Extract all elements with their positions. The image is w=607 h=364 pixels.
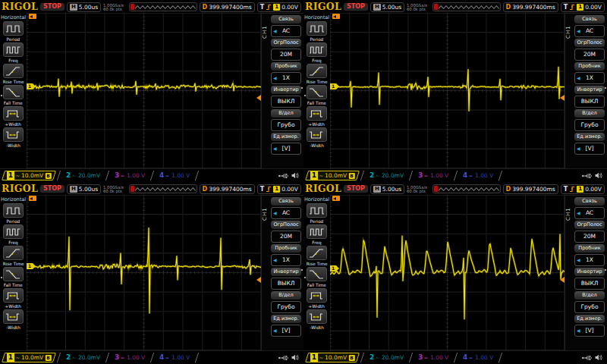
channel3-badge[interactable]: 3 = 1.00 V <box>110 353 149 362</box>
sidebar-page-dot <box>304 277 306 278</box>
measure-rise-time-button[interactable]: Rise Time <box>2 64 24 84</box>
menu-item-coupling[interactable]: Связь ◀AC <box>271 197 301 219</box>
measure-minus-width-button[interactable]: -Width <box>3 309 24 330</box>
measure-rise-time-button[interactable]: Rise Time <box>2 246 24 266</box>
measure-period-button[interactable]: Period <box>3 203 24 224</box>
run-stop-status: STOP <box>40 3 64 11</box>
menu-item-volts-div[interactable]: В/дел Грубо <box>574 291 605 313</box>
measure-period-button[interactable]: Period <box>307 21 327 42</box>
status-bar: RIGOL STOP H 5.00us 1.00GSa/s 60.0k pts … <box>304 182 607 195</box>
channel1-position-marker[interactable]: 1 <box>330 265 339 271</box>
measure-fall-time-button[interactable]: Fall Time <box>3 85 24 105</box>
channel-status-bar: 1 ~ 10.0mV B 2 ~ 20.0mV 3 = 1.00 V 4 = 1… <box>0 168 304 182</box>
measure-fall-time-button[interactable]: Fall Time <box>307 267 327 287</box>
menu-item-invert[interactable]: Инвертир ВЫКЛ <box>271 86 301 108</box>
menu-item-coupling[interactable]: Связь ◀AC <box>574 197 605 219</box>
menu-item-volts-div[interactable]: В/дел Грубо <box>271 109 301 131</box>
measure-fall-time-button[interactable]: Fall Time <box>3 267 24 287</box>
measure-rise-time-button[interactable]: Rise Time <box>306 64 328 84</box>
menu-item-unit[interactable]: Ед.измер. ◀[V] <box>574 133 605 155</box>
channel1-position-marker[interactable]: 1 <box>27 263 36 269</box>
run-stop-status: STOP <box>344 3 368 11</box>
measure-plus-width-button[interactable]: +Width <box>307 106 327 127</box>
trigger-position-marker[interactable] <box>29 196 36 201</box>
channel1-position-marker[interactable]: 1 <box>27 83 36 89</box>
menu-item-probe[interactable]: Пробник ◀1X <box>271 62 301 84</box>
menu-item-invert[interactable]: Инвертир ВЫКЛ <box>574 86 605 108</box>
select-arrow-icon: ◀ <box>577 76 580 80</box>
measure-plus-width-button[interactable]: +Width <box>3 106 24 127</box>
menu-item-unit[interactable]: Ед.измер. ◀[V] <box>271 315 301 337</box>
trigger-position-marker[interactable] <box>332 14 340 19</box>
menu-item-coupling[interactable]: Связь ◀AC <box>574 15 605 37</box>
trigger-position-marker[interactable] <box>29 14 36 19</box>
measure-period-button[interactable]: Period <box>3 21 24 42</box>
menu-item-bw-limit[interactable]: ОгрПолос 20M <box>271 221 301 243</box>
minus-width-icon <box>5 312 21 322</box>
measure-freq-button[interactable]: Freq <box>3 42 24 63</box>
channel2-badge[interactable]: 2 ~ 20.0mV <box>61 171 105 180</box>
measure-rise-time-button[interactable]: Rise Time <box>306 246 328 266</box>
measure-minus-width-button[interactable]: -Width <box>3 127 24 148</box>
measure-period-button[interactable]: Period <box>307 203 327 224</box>
measure-plus-width-button[interactable]: +Width <box>3 288 24 309</box>
measure-freq-button[interactable]: Freq <box>3 224 24 245</box>
channel3-badge[interactable]: 3 = 1.00 V <box>414 353 453 362</box>
period-icon <box>309 206 325 216</box>
trigger-box: T 1 0.00V <box>257 184 301 194</box>
channel1-badge[interactable]: 1 ~ 10.0mV B <box>305 353 360 362</box>
trigger-box: T 1 0.00V <box>561 2 605 12</box>
menu-item-probe[interactable]: Пробник ◀1X <box>574 244 605 266</box>
channel3-badge[interactable]: 3 = 1.00 V <box>414 171 453 180</box>
channel1-badge[interactable]: 1 ~ 10.0mV B <box>305 171 360 180</box>
divider <box>57 171 61 180</box>
measure-minus-width-button[interactable]: -Width <box>307 309 327 330</box>
trigger-position-marker[interactable] <box>332 196 340 201</box>
channel4-badge[interactable]: 4 = 1.00 V <box>155 171 194 180</box>
coupling-symbol: = <box>469 173 473 179</box>
freq-icon <box>5 45 21 55</box>
divider <box>360 353 364 362</box>
acquisition-info: 1.00GSa/s 60.0k pts <box>407 3 427 11</box>
measure-sidebar: Horizontal Period Freq Rise Time <box>0 13 27 168</box>
channel4-badge[interactable]: 4 = 1.00 V <box>155 353 194 362</box>
delay-label: D <box>506 4 511 11</box>
menu-item-volts-div[interactable]: В/дел Грубо <box>271 291 301 313</box>
trigger-source-badge: 1 <box>577 4 583 11</box>
channel2-badge[interactable]: 2 ~ 20.0mV <box>365 353 408 362</box>
menu-item-bw-limit[interactable]: ОгрПолос 20M <box>574 39 605 61</box>
measure-plus-width-button[interactable]: +Width <box>307 288 327 309</box>
memory-waveform-icon <box>135 186 196 193</box>
minus-width-icon <box>5 130 21 140</box>
menu-channel-tab: CH1 <box>565 17 574 47</box>
select-arrow-icon: ◀ <box>577 146 580 151</box>
channel3-badge[interactable]: 3 = 1.00 V <box>110 171 149 180</box>
menu-item-coupling[interactable]: Связь ◀AC <box>271 15 301 37</box>
measure-fall-time-button[interactable]: Fall Time <box>307 85 327 105</box>
channel4-badge[interactable]: 4 = 1.00 V <box>458 171 498 180</box>
measure-freq-button[interactable]: Freq <box>307 42 327 63</box>
channel1-badge[interactable]: 1 ~ 10.0mV B <box>2 171 56 180</box>
divider <box>454 171 458 180</box>
measure-freq-button[interactable]: Freq <box>307 224 327 245</box>
menu-item-unit[interactable]: Ед.измер. ◀[V] <box>574 315 605 337</box>
menu-item-volts-div[interactable]: В/дел Грубо <box>574 109 605 131</box>
status-bar: RIGOL STOP H 5.00us 1.00GSa/s 60.0k pts … <box>0 0 304 13</box>
menu-item-probe[interactable]: Пробник ◀1X <box>271 244 301 266</box>
measure-minus-width-button[interactable]: -Width <box>307 127 327 148</box>
channel1-badge[interactable]: 1 ~ 10.0mV B <box>2 353 56 362</box>
channel1-position-marker[interactable]: 1 <box>330 83 339 89</box>
coupling-symbol: ~ <box>72 355 76 361</box>
channel2-badge[interactable]: 2 ~ 20.0mV <box>61 353 105 362</box>
select-arrow-icon: ◀ <box>577 211 580 215</box>
divider <box>105 171 109 180</box>
menu-item-unit[interactable]: Ед.измер. ◀[V] <box>271 133 301 155</box>
menu-item-invert[interactable]: Инвертир ВЫКЛ <box>574 268 605 290</box>
system-icons <box>582 354 604 361</box>
menu-item-bw-limit[interactable]: ОгрПолос 20M <box>271 39 301 61</box>
menu-item-invert[interactable]: Инвертир ВЫКЛ <box>271 268 301 290</box>
menu-item-probe[interactable]: Пробник ◀1X <box>574 62 605 84</box>
channel2-badge[interactable]: 2 ~ 20.0mV <box>365 171 408 180</box>
menu-item-bw-limit[interactable]: ОгрПолос 20M <box>574 221 605 243</box>
channel4-badge[interactable]: 4 = 1.00 V <box>458 353 498 362</box>
